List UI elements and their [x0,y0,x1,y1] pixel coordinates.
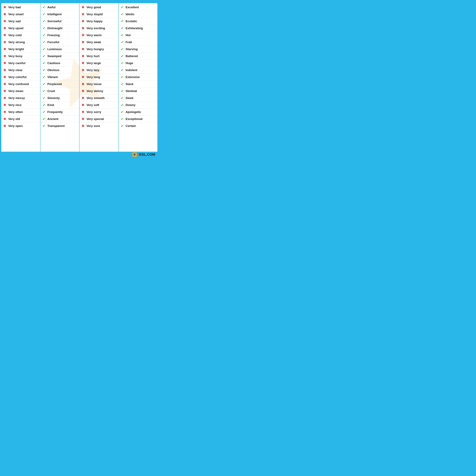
x-icon: ✖ [2,68,7,72]
check-icon: ✔ [42,68,46,72]
word-row: ✖Very sorry [80,108,118,116]
word-row: ✖Very upset [1,25,40,32]
word-label: Very busy [8,54,22,58]
word-row: ✖Very soft [80,102,118,108]
logo-text: 7ESL.COM [137,153,155,157]
check-icon: ✔ [120,117,124,121]
check-icon: ✔ [120,26,124,30]
word-label: Distraught [48,27,63,30]
word-row: ✔Battered [119,53,157,60]
word-label: Very good [86,6,101,9]
word-row: ✖Very smooth [80,95,118,102]
check-icon: ✔ [120,19,124,23]
word-label: Very skinny [86,89,103,93]
word-label: Transparent [48,124,65,128]
word-row: ✔Huge [119,60,157,67]
word-row: ✔Skeletal [119,87,157,95]
word-row: ✖Very clear [1,67,40,74]
word-label: Slack [126,82,134,86]
x-icon: ✖ [81,89,85,93]
word-label: Ecstatic [126,19,137,23]
check-icon: ✔ [42,89,46,93]
x-icon: ✖ [2,33,7,37]
check-icon: ✔ [120,110,124,114]
x-icon: ✖ [81,12,85,16]
word-label: Certain [126,124,136,128]
word-label: Vibrant [48,75,58,79]
word-row: ✔Ancient [40,116,79,122]
word-label: Hot [126,34,131,37]
main-card: ✖Very bad✖Very smart✖Very sad✖Very upset… [1,3,157,157]
word-label: Very special [86,117,104,121]
word-row: ✖Very long [80,74,118,81]
word-label: Frequently [48,110,63,114]
word-row: ✖Very colorful [1,74,40,81]
word-label: Extensive [126,75,140,79]
check-icon: ✔ [42,54,46,58]
word-label: Obvious [48,68,60,72]
check-icon: ✔ [120,103,124,107]
word-label: Perplexed [48,82,62,86]
word-label: Sleek [126,96,134,100]
x-icon: ✖ [2,40,7,44]
check-icon: ✔ [42,75,46,79]
word-label: Very strong [8,40,25,44]
word-row: ✖Very skinny [80,87,118,95]
check-icon: ✔ [42,12,46,16]
x-icon: ✖ [81,82,85,86]
check-icon: ✔ [120,82,124,86]
word-label: Exhilarating [126,27,143,30]
x-icon: ✖ [2,75,7,79]
column-1: ✖Very bad✖Very smart✖Very sad✖Very upset… [1,3,40,152]
check-icon: ✔ [120,96,124,100]
word-row: ✔Frail [119,39,157,46]
column-3: ✖Very good✖Very stupid✖Very happy✖Very e… [80,3,119,152]
check-icon: ✔ [120,75,124,79]
check-icon: ✔ [42,124,46,128]
word-row: ✔Hot [119,32,157,39]
word-label: Ancient [48,117,59,121]
word-label: Very loose [86,82,102,86]
x-icon: ✖ [81,110,85,114]
check-icon: ✔ [120,54,124,58]
word-row: ✔Distraught [40,25,79,32]
word-label: Very smart [8,13,24,16]
word-row: ✔Slovenly [40,95,79,102]
word-label: Very upset [8,27,23,30]
x-icon: ✖ [81,19,85,23]
word-label: Indolent [126,68,137,72]
word-row: ✔Sleek [119,95,157,102]
word-row: ✔Sorrowful [40,18,79,25]
check-icon: ✔ [42,26,46,30]
check-icon: ✔ [120,12,124,16]
check-icon: ✔ [120,33,124,37]
x-icon: ✖ [81,47,85,51]
word-label: Very sad [8,19,21,23]
word-row: ✖Very messy [1,95,40,102]
word-label: Very sorry [86,110,101,114]
word-label: Very confused [8,82,29,86]
word-label: Very stupid [86,13,103,16]
word-label: Very exciting [86,27,105,30]
word-row: ✖Very weak [80,39,118,46]
x-icon: ✖ [2,96,7,100]
word-label: Very careful [8,61,25,65]
word-row: ✖Very warm [80,32,118,39]
word-row: ✖Very old [1,116,40,122]
word-label: Very old [8,117,20,121]
word-label: Very weak [86,40,101,44]
word-row: ✔Exceptional [119,116,157,122]
check-icon: ✔ [42,33,46,37]
column-4: ✔Excellent✔Idiotic✔Ecstatic✔Exhilarating… [119,3,157,152]
word-row: ✔Forceful [40,39,79,46]
check-icon: ✔ [120,124,124,128]
word-row: ✔Vibrant [40,74,79,81]
word-label: Apologetic [126,110,141,114]
check-icon: ✔ [120,89,124,93]
x-icon: ✖ [81,68,85,72]
check-icon: ✔ [42,117,46,121]
word-label: Very hungry [86,48,104,51]
word-row: ✔Obvious [40,67,79,74]
word-row: ✖Very stupid [80,11,118,18]
word-label: Very sure [86,124,100,128]
